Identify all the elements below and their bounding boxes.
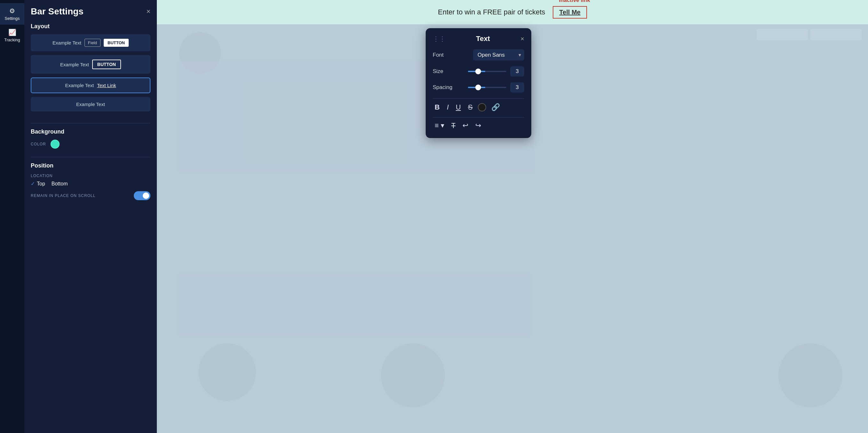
location-row: ✓ Top Bottom [31,181,150,187]
layout-option-3[interactable]: Example Text Text Link [31,78,150,93]
layout-option-1[interactable]: Example Text Field BUTTON [31,34,150,51]
layout-option-2-text: Example Text [60,62,89,67]
background-section: Background COLOR [31,128,150,149]
size-slider[interactable] [468,71,506,72]
divider-2 [31,157,150,157]
link-button[interactable]: 🔗 [489,102,502,113]
nav-item-settings[interactable]: ⚙ Settings [0,3,24,25]
layout-option-1-field: Field [85,39,100,47]
bold-button[interactable]: B [433,102,442,113]
spacing-row: Spacing 3 [433,82,524,92]
layout-option-1-text: Example Text [53,40,81,46]
layout-option-3-link[interactable]: Text Link [97,83,116,88]
redo-button[interactable]: ↪ [473,120,483,131]
canvas-rect-2 [179,273,531,337]
checkmark-icon: ✓ [31,181,35,187]
nav-item-tracking-label: Tracking [4,37,20,42]
location-top[interactable]: ✓ Top [31,181,45,187]
nav-placeholder-2 [810,29,862,40]
italic-button[interactable]: I [445,102,451,113]
announcement-text: Enter to win a FREE pair of tickets [438,8,545,16]
layout-option-1-button[interactable]: BUTTON [104,39,129,47]
popup-close-button[interactable]: × [520,35,524,42]
layout-option-2-inner: Example Text BUTTON [60,60,121,69]
layout-option-4-text: Example Text [76,102,105,107]
color-row: COLOR [31,140,150,149]
text-color-button[interactable] [478,103,486,111]
left-navigation: ⚙ Settings 📈 Tracking [0,0,24,433]
font-select[interactable]: Open Sans Arial Georgia Roboto Lato [473,49,524,60]
layout-option-1-inner: Example Text Field BUTTON [53,39,129,47]
background-section-label: Background [31,128,150,135]
sidebar-header: Bar Settings × [31,6,150,17]
font-label: Font [433,52,443,58]
sidebar-close-button[interactable]: × [146,7,150,16]
strikethrough-button[interactable]: S [466,102,475,113]
popup-header: ⋮⋮ Text × [433,35,524,43]
size-slider-wrapper: 3 [468,66,524,77]
location-top-label: Top [37,181,45,187]
text-formatting-toolbar: B I U S 🔗 [433,98,524,113]
announcement-cta-wrapper: Inactive link Tell Me [553,6,587,19]
position-section: Position LOCATION ✓ Top Bottom REMAIN IN… [31,163,150,200]
drag-handle-icon[interactable]: ⋮⋮ [433,35,445,42]
color-label: COLOR [31,142,46,146]
canvas-circle-2 [198,343,256,401]
layout-options: Example Text Field BUTTON Example Text B… [31,34,150,111]
spacing-label: Spacing [433,84,452,91]
layout-section-label: Layout [31,23,150,30]
scroll-toggle-row: REMAIN IN PLACE ON SCROLL [31,191,150,200]
tracking-icon: 📈 [8,29,16,36]
scroll-label: REMAIN IN PLACE ON SCROLL [31,194,95,198]
top-nav-placeholders [756,29,868,40]
clear-format-button[interactable]: T [450,120,457,131]
scroll-toggle[interactable] [134,191,150,200]
color-swatch[interactable] [51,140,60,149]
layout-option-4[interactable]: Example Text [31,97,150,111]
underline-button[interactable]: U [454,102,463,113]
popup-title: Text [476,35,490,43]
layout-option-2[interactable]: Example Text BUTTON [31,55,150,74]
align-button[interactable]: ≡ ▾ [433,120,446,131]
announcement-bar-preview: Enter to win a FREE pair of tickets Inac… [157,0,868,24]
font-row: Font Open Sans Arial Georgia Roboto Lato [433,49,524,60]
spacing-value: 3 [510,82,524,92]
size-row: Size 3 [433,66,524,77]
text-popup: ⋮⋮ Text × Font Open Sans Arial Georgia R… [426,28,531,138]
undo-button[interactable]: ↩ [461,120,470,131]
divider-1 [31,123,150,123]
text-alignment-toolbar: ≡ ▾ T ↩ ↪ [433,117,524,131]
sidebar-title: Bar Settings [31,6,84,17]
layout-option-3-inner: Example Text Text Link [65,83,116,88]
nav-placeholder-1 [756,29,808,40]
size-label: Size [433,68,443,75]
announcement-cta-button[interactable]: Tell Me [553,6,587,19]
location-label: LOCATION [31,174,150,178]
canvas-circle-3 [381,343,445,407]
layout-option-3-text: Example Text [65,83,94,88]
sidebar: Bar Settings × Layout Example Text Field… [24,0,157,433]
inactive-link-label: Inactive link [559,0,590,3]
size-value: 3 [510,66,524,77]
nav-item-tracking[interactable]: 📈 Tracking [0,25,24,46]
layout-option-2-button[interactable]: BUTTON [92,60,121,69]
canvas-circle-4 [778,343,842,407]
location-bottom[interactable]: Bottom [52,181,68,187]
nav-item-settings-label: Settings [5,16,20,21]
position-section-label: Position [31,163,150,169]
location-bottom-label: Bottom [52,181,68,187]
layout-option-4-inner: Example Text [76,102,105,107]
gear-icon: ⚙ [9,7,15,15]
spacing-slider[interactable] [468,87,506,88]
main-canvas: Enter to win a FREE pair of tickets Inac… [157,0,868,433]
font-select-wrapper: Open Sans Arial Georgia Roboto Lato [473,49,524,60]
spacing-slider-wrapper: 3 [468,82,524,92]
